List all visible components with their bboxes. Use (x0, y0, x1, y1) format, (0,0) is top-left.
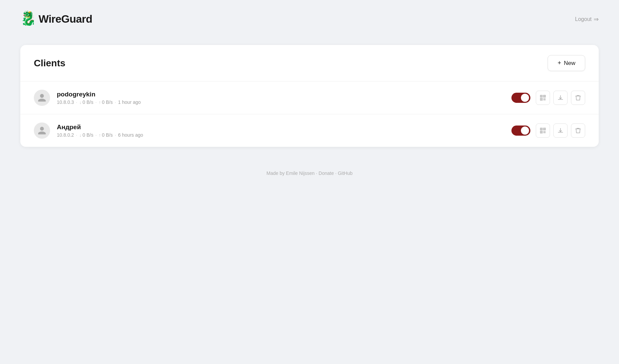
download-icon (557, 127, 564, 134)
svg-rect-21 (545, 132, 546, 133)
svg-rect-18 (544, 131, 545, 132)
download-speed: ↓ 0 B/s (79, 132, 93, 138)
svg-rect-4 (541, 96, 542, 97)
svg-rect-19 (545, 131, 546, 132)
last-seen: 1 hour ago (118, 99, 141, 105)
footer-github-link[interactable]: GitHub (338, 170, 353, 176)
svg-rect-6 (541, 99, 542, 100)
svg-rect-9 (545, 98, 546, 99)
footer-separator: · (335, 170, 338, 176)
client-actions (511, 91, 585, 105)
enable-toggle[interactable] (511, 93, 530, 103)
client-row: Андрей 10.8.0.2 · ↓ 0 B/s · ↑ 0 B/s · 6 … (20, 114, 599, 147)
footer-donate-link[interactable]: Donate (319, 170, 334, 176)
enable-toggle[interactable] (511, 126, 530, 136)
svg-rect-15 (541, 129, 542, 130)
qr-icon (540, 94, 546, 101)
trash-icon (575, 94, 581, 101)
client-name: podogreykin (57, 91, 511, 98)
last-seen: 6 hours ago (118, 132, 143, 138)
logo-area: 🐉 WireGuard (20, 9, 92, 29)
toggle-slider (511, 93, 530, 103)
qr-code-button[interactable] (536, 91, 550, 105)
qr-icon (540, 127, 546, 134)
user-icon (37, 93, 47, 103)
wireguard-logo-icon: 🐉 (20, 9, 34, 29)
upload-speed: ↑ 0 B/s (99, 132, 113, 138)
client-ip: 10.8.0.2 (57, 132, 74, 138)
avatar (34, 90, 50, 106)
upload-speed: ↑ 0 B/s (99, 99, 113, 105)
new-client-button[interactable]: + New (548, 55, 585, 71)
download-button[interactable] (553, 123, 568, 138)
delete-button[interactable] (571, 91, 585, 105)
client-info: Андрей 10.8.0.2 · ↓ 0 B/s · ↑ 0 B/s · 6 … (57, 123, 511, 138)
client-meta: 10.8.0.3 · ↓ 0 B/s · ↑ 0 B/s · 1 hour ag… (57, 99, 511, 105)
logout-icon: ⇒ (594, 16, 599, 23)
main-content: Clients + New podogreykin 10.8.0.3 · ↓ (0, 38, 619, 154)
download-speed: ↓ 0 B/s (79, 99, 93, 105)
svg-rect-10 (544, 99, 545, 100)
client-name: Андрей (57, 123, 511, 131)
logout-label: Logout (575, 16, 592, 22)
avatar (34, 122, 50, 139)
logout-button[interactable]: Logout ⇒ (575, 16, 599, 23)
clients-title: Clients (34, 58, 65, 69)
clients-card: Clients + New podogreykin 10.8.0.3 · ↓ (20, 45, 599, 147)
new-button-label: New (564, 60, 575, 67)
user-icon (37, 126, 47, 135)
client-ip: 10.8.0.3 (57, 99, 74, 105)
svg-rect-16 (544, 129, 545, 130)
svg-rect-5 (544, 96, 545, 97)
upload-icon: ↑ (99, 100, 101, 105)
client-row: podogreykin 10.8.0.3 · ↓ 0 B/s · ↑ 0 B/s… (20, 81, 599, 114)
trash-icon (575, 127, 581, 134)
client-meta: 10.8.0.2 · ↓ 0 B/s · ↑ 0 B/s · 6 hours a… (57, 132, 511, 138)
app-title: WireGuard (39, 13, 92, 25)
download-icon: ↓ (79, 133, 82, 138)
card-header: Clients + New (20, 45, 599, 81)
download-button[interactable] (553, 91, 568, 105)
plus-icon: + (557, 60, 561, 67)
qr-code-button[interactable] (536, 123, 550, 138)
upload-icon: ↑ (99, 133, 101, 138)
footer: Made by Emile Nijssen · Donate · GitHub (0, 154, 619, 186)
toggle-slider (511, 126, 530, 136)
svg-text:🐉: 🐉 (20, 10, 34, 26)
download-icon (557, 94, 564, 101)
client-info: podogreykin 10.8.0.3 · ↓ 0 B/s · ↑ 0 B/s… (57, 91, 511, 105)
svg-rect-8 (544, 98, 545, 99)
client-actions (511, 123, 585, 138)
delete-button[interactable] (571, 123, 585, 138)
footer-made-by: Made by Emile Nijssen · (267, 170, 319, 176)
header: 🐉 WireGuard Logout ⇒ (0, 0, 619, 38)
download-icon: ↓ (79, 100, 82, 105)
svg-rect-20 (544, 132, 545, 133)
svg-rect-17 (541, 132, 542, 133)
svg-rect-11 (545, 99, 546, 100)
